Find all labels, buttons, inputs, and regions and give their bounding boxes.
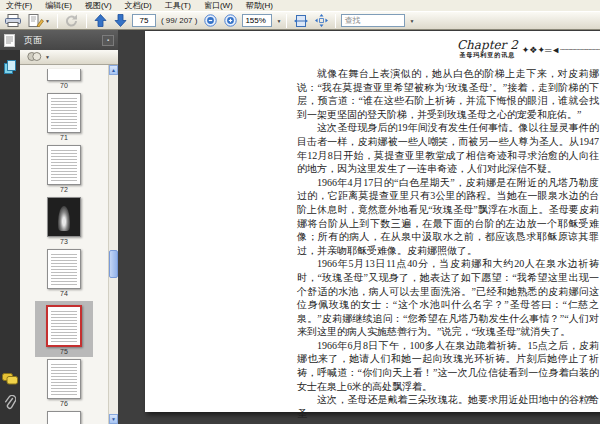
attachments-panel-icon[interactable] (4, 395, 16, 414)
chapter-subtitle: 圣母玛利亚的讯息 (459, 51, 515, 60)
previous-view-button[interactable] (63, 12, 81, 29)
toolbar-separator (86, 14, 87, 28)
thumbnail-image[interactable] (47, 93, 81, 133)
page-thumbnail[interactable]: 76 (47, 359, 81, 409)
thumbnail-image[interactable] (47, 411, 81, 424)
chapter-ornament: ✦❖✦═◄┈┈┈┈┈┈┈┈┈ (522, 45, 600, 55)
comments-panel-icon[interactable] (2, 373, 18, 387)
email-document-icon (28, 14, 44, 27)
thumbnail-image[interactable] (47, 69, 81, 81)
paragraph: 1966年5月13日11点40分，当皮莉娜和大约20人在泉水边祈祷时，“玫瑰圣母… (297, 257, 599, 339)
main-toolbar: ▼ ( 99/ 207 ) ▼ ▼ (0, 11, 600, 30)
up-arrow-icon (94, 14, 107, 27)
paragraph: 这次圣母现身后的19年间没有发生任何事情。像以往显灵事件的目击者一样，皮莉娜被一… (297, 121, 599, 175)
thumbnail-options-button[interactable] (27, 51, 42, 64)
zoom-out-button[interactable] (202, 12, 219, 29)
page-thumbnail[interactable]: 73 (47, 197, 81, 247)
panel-title: 页面 (24, 34, 93, 47)
page-body-text: 就像在舞台上表演似的，她从白色的阶梯上走下来，对皮莉娜说：“我在莫提查亚里希望被… (297, 67, 599, 420)
paragraph: 1966年4月17日的“白色星期天”，皮莉娜是在附近的凡塔乃勒度过的，它距离莫提… (297, 176, 599, 258)
down-arrow-icon (114, 14, 127, 27)
zoom-out-icon (204, 14, 217, 27)
thumbnails-list: 70 71 72 (20, 65, 108, 424)
chevron-down-icon[interactable]: ▼ (45, 54, 50, 60)
thumbnail-page-number: 75 (60, 348, 68, 357)
thumbnails-panel: ▼ 70 (20, 50, 118, 424)
page-number-footer: 75 (586, 394, 595, 403)
thumbnail-page-number: 76 (60, 400, 68, 409)
page-thumbnail[interactable]: 75 (35, 301, 93, 357)
fit-width-icon (294, 15, 308, 27)
thumbnail-page-number: 74 (60, 290, 68, 299)
thumbnail-image[interactable] (47, 145, 81, 185)
panel-options-button[interactable]: ▪ (102, 35, 114, 46)
thumbnail-image[interactable] (46, 305, 82, 347)
document-pane[interactable]: Chapter 2 圣母玛利亚的讯息 ✦❖✦═◄┈┈┈┈┈┈┈┈┈ 就像在舞台上… (118, 30, 600, 424)
pdf-reader-window: 文件(F)编辑(E)视图(V)文档(D)工具(T)窗口(W)帮助(H) ▼ ( … (0, 0, 600, 424)
menu-bar: 文件(F)编辑(E)视图(V)文档(D)工具(T)窗口(W)帮助(H) (0, 0, 600, 11)
chapter-heading: Chapter 2 圣母玛利亚的讯息 ✦❖✦═◄┈┈┈┈┈┈┈┈┈ (457, 40, 600, 60)
menu-item[interactable]: 工具(T) (163, 0, 193, 11)
pages-panel-header: 页面 ▪ (0, 30, 118, 50)
chapter-script-title: Chapter 2 (457, 40, 518, 51)
toolbar-separator (57, 14, 58, 28)
menu-item[interactable]: 文件(F) (4, 0, 34, 11)
toolbar-separator (286, 14, 287, 28)
zoom-in-button[interactable] (222, 12, 239, 29)
page-count-label: ( 99/ 207 ) (159, 16, 199, 25)
print-button[interactable] (3, 12, 23, 29)
page-thumbnail[interactable] (47, 411, 81, 424)
menu-item[interactable]: 窗口(W) (202, 0, 235, 11)
paragraph: 这次，圣母还是戴着三朵玫瑰花。她要求用近处田地中的谷粒给圣 (297, 393, 599, 420)
scrollbar-thumb[interactable] (109, 250, 118, 278)
fit-page-button[interactable] (313, 12, 330, 29)
thumbnail-image[interactable] (47, 359, 81, 399)
scroll-up-arrow[interactable]: ▲ (109, 65, 118, 75)
page-thumbnail[interactable]: 70 (47, 69, 81, 91)
chevron-down-icon: ▼ (45, 18, 50, 24)
previous-page-button[interactable] (92, 12, 109, 29)
page-number-input[interactable] (132, 14, 156, 27)
thumbnail-image[interactable] (47, 249, 81, 289)
toolbar-separator (335, 14, 336, 28)
thumbnails-panel-icon[interactable] (3, 60, 17, 76)
page-thumbnail[interactable]: 71 (47, 93, 81, 143)
fit-width-button[interactable] (292, 12, 310, 29)
document-page: Chapter 2 圣母玛利亚的讯息 ✦❖✦═◄┈┈┈┈┈┈┈┈┈ 就像在舞台上… (145, 31, 600, 412)
menu-item[interactable]: 文档(D) (123, 0, 154, 11)
page-thumbnail[interactable]: 74 (47, 249, 81, 299)
menu-item[interactable]: 帮助(H) (244, 0, 275, 11)
previous-view-icon (65, 14, 79, 27)
printer-icon (5, 14, 21, 27)
thumbnail-page-number: 72 (60, 186, 68, 195)
menu-item[interactable]: 视图(V) (83, 0, 114, 11)
menu-item[interactable]: 编辑(E) (43, 0, 74, 11)
fit-page-icon (315, 14, 328, 27)
thumbnail-page-number: 73 (60, 238, 68, 247)
email-button[interactable]: ▼ (26, 12, 52, 29)
content-area: 页面 ▪ (0, 30, 600, 424)
navigation-sidebar: 页面 ▪ (0, 30, 118, 424)
zoom-in-icon (224, 14, 237, 27)
paragraph: 1966年6月8日下午，100多人在泉边跪着祈祷。15点之后，皮莉娜也来了，她请… (297, 339, 599, 393)
page-thumbnail[interactable]: 72 (47, 145, 81, 195)
thumbnails-toolbar: ▼ (20, 50, 118, 65)
chevron-down-icon[interactable]: ▼ (276, 18, 281, 24)
find-input[interactable] (341, 14, 405, 27)
page-icon (4, 34, 15, 47)
paragraph: 就像在舞台上表演似的，她从白色的阶梯上走下来，对皮莉娜说：“我在莫提查亚里希望被… (297, 67, 599, 121)
scrollbar-track[interactable] (109, 75, 118, 414)
navigation-pane-strip (0, 50, 20, 424)
thumbnail-page-number: 70 (60, 82, 68, 91)
thumbnails-scrollbar[interactable]: ▲ ▼ (108, 65, 118, 424)
next-page-button[interactable] (112, 12, 129, 29)
thumbnail-image[interactable] (47, 197, 81, 237)
thumbnail-page-number: 71 (60, 134, 68, 143)
scroll-down-arrow[interactable]: ▼ (109, 414, 118, 424)
chevron-down-icon[interactable]: ▼ (409, 18, 414, 24)
zoom-level-input[interactable] (242, 14, 272, 27)
